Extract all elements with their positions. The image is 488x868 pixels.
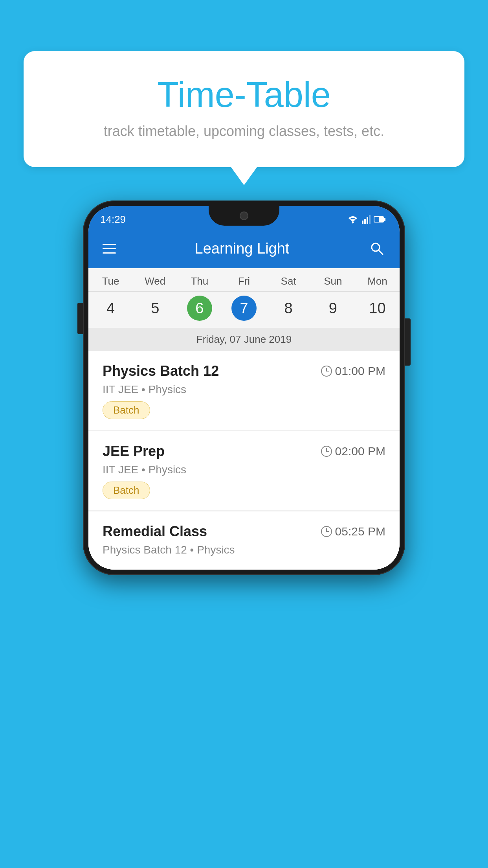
- day-7-selected[interactable]: 7: [222, 296, 266, 321]
- svg-rect-8: [384, 218, 385, 221]
- schedule-title-2: JEE Prep: [103, 443, 165, 460]
- day-header-thu: Thu: [177, 268, 222, 291]
- speech-bubble-section: Time-Table track timetable, upcoming cla…: [24, 51, 464, 167]
- schedule-item-header-1: Physics Batch 12 01:00 PM: [103, 363, 385, 379]
- svg-rect-2: [362, 221, 363, 224]
- phone-screen: 14:29: [88, 206, 400, 570]
- schedule-time-3: 05:25 PM: [321, 525, 385, 538]
- bubble-title: Time-Table: [39, 75, 449, 115]
- schedule-title-1: Physics Batch 12: [103, 363, 219, 379]
- day-9[interactable]: 9: [311, 296, 355, 321]
- schedule-time-1: 01:00 PM: [321, 364, 385, 378]
- svg-rect-4: [367, 217, 368, 224]
- day-header-tue: Tue: [88, 268, 133, 291]
- svg-rect-5: [369, 215, 371, 224]
- schedule-item-1[interactable]: Physics Batch 12 01:00 PM IIT JEE • Phys…: [88, 351, 400, 430]
- day-10[interactable]: 10: [355, 296, 400, 321]
- schedule-item-header-2: JEE Prep 02:00 PM: [103, 443, 385, 460]
- schedule-item-2[interactable]: JEE Prep 02:00 PM IIT JEE • Physics Batc…: [88, 431, 400, 510]
- day-numbers-row: 4 5 6 7 8 9 10: [88, 292, 400, 328]
- day-header-mon: Mon: [355, 268, 400, 291]
- svg-marker-1: [352, 222, 354, 224]
- phone-mockup: 14:29: [83, 200, 405, 575]
- status-icons: [347, 215, 385, 224]
- bubble-subtitle: track timetable, upcoming classes, tests…: [39, 123, 449, 140]
- selected-day-circle: 7: [231, 296, 257, 321]
- hamburger-menu-button[interactable]: [103, 244, 116, 254]
- app-bar: Learning Light: [88, 229, 400, 268]
- signal-icon: [362, 215, 371, 224]
- front-camera: [240, 211, 248, 220]
- svg-line-10: [379, 250, 383, 254]
- clock-icon-2: [321, 446, 332, 457]
- search-icon: [370, 241, 384, 256]
- calendar-section: Tue Wed Thu Fri Sat Sun Mon 4 5 6: [88, 268, 400, 351]
- batch-tag-1: Batch: [103, 401, 150, 419]
- svg-rect-7: [374, 217, 379, 222]
- svg-marker-0: [350, 219, 356, 222]
- clock-icon-1: [321, 366, 332, 377]
- battery-icon: [374, 216, 385, 223]
- svg-rect-3: [364, 219, 366, 224]
- phone-notch: [209, 206, 279, 226]
- status-time: 14:29: [100, 213, 126, 226]
- day-header-sat: Sat: [266, 268, 311, 291]
- day-4[interactable]: 4: [88, 296, 133, 321]
- today-circle: 6: [187, 296, 212, 321]
- schedule-subtitle-1: IIT JEE • Physics: [103, 383, 385, 396]
- day-8[interactable]: 8: [266, 296, 311, 321]
- wifi-icon: [347, 215, 359, 224]
- batch-tag-2: Batch: [103, 482, 150, 499]
- day-6-today[interactable]: 6: [177, 296, 222, 321]
- phone-outer-shell: 14:29: [83, 200, 405, 575]
- selected-date-label: Friday, 07 June 2019: [88, 328, 400, 351]
- schedule-item-3[interactable]: Remedial Class 05:25 PM Physics Batch 12…: [88, 511, 400, 570]
- day-header-sun: Sun: [311, 268, 355, 291]
- day-headers-row: Tue Wed Thu Fri Sat Sun Mon: [88, 268, 400, 292]
- app-title: Learning Light: [128, 240, 356, 257]
- day-5[interactable]: 5: [133, 296, 177, 321]
- schedule-subtitle-2: IIT JEE • Physics: [103, 463, 385, 476]
- schedule-item-header-3: Remedial Class 05:25 PM: [103, 523, 385, 540]
- speech-bubble: Time-Table track timetable, upcoming cla…: [24, 51, 464, 167]
- schedule-list: Physics Batch 12 01:00 PM IIT JEE • Phys…: [88, 351, 400, 570]
- schedule-time-2: 02:00 PM: [321, 445, 385, 458]
- day-header-fri: Fri: [222, 268, 266, 291]
- clock-icon-3: [321, 526, 332, 537]
- schedule-title-3: Remedial Class: [103, 523, 207, 540]
- schedule-subtitle-3: Physics Batch 12 • Physics: [103, 544, 385, 556]
- day-header-wed: Wed: [133, 268, 177, 291]
- search-button[interactable]: [368, 240, 385, 257]
